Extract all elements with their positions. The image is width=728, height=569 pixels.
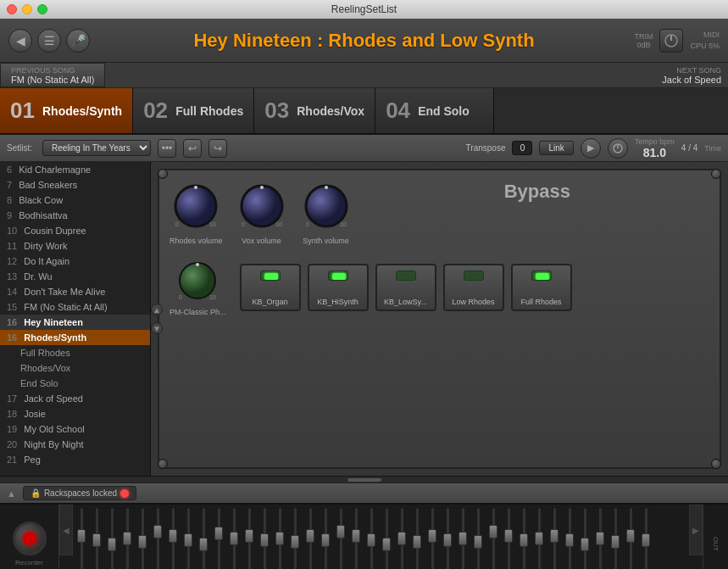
sidebar-item-12[interactable]: Full Rhodes (0, 345, 150, 360)
part-3[interactable]: 03 Rhodes/Vox (254, 88, 375, 133)
sidebar-item-17[interactable]: 19My Old School (0, 421, 150, 437)
fader-30[interactable] (535, 532, 543, 545)
mixer-next-button[interactable]: ▶ (689, 505, 703, 555)
sidebar-item-15[interactable]: 17Jack of Speed (0, 391, 150, 406)
fader-0[interactable] (77, 529, 86, 543)
plugin-btn-1[interactable]: KB_HiSynth (308, 264, 369, 311)
fader-11[interactable] (245, 529, 253, 543)
fader-16[interactable] (321, 533, 330, 547)
fader-32[interactable] (565, 533, 574, 547)
back-button[interactable]: ◀ (8, 29, 32, 53)
fader-6[interactable] (169, 529, 177, 543)
fader-1[interactable] (92, 533, 101, 547)
sidebar-item-7[interactable]: 13Dr. Wu (0, 269, 150, 284)
fader-35[interactable] (611, 535, 620, 549)
sidebar-item-13[interactable]: Rhodes/Vox (0, 360, 150, 376)
plugin-btn-2[interactable]: KB_LowSy... (375, 264, 436, 311)
channel-25 (456, 508, 470, 569)
lock-button[interactable]: 🔒 Rackspaces locked (23, 486, 136, 500)
fader-31[interactable] (550, 529, 559, 543)
prev-song-area[interactable]: PREVIOUS SONG FM (No Static At All) (0, 63, 105, 87)
fader-7[interactable] (184, 533, 192, 547)
sidebar-item-16[interactable]: 18Josie (0, 406, 150, 421)
channel-14 (288, 508, 302, 569)
play-button[interactable]: ▶ (581, 138, 601, 159)
sidebar-item-18[interactable]: 20Night By Night (0, 437, 150, 452)
fader-13[interactable] (275, 532, 284, 545)
minimize-button[interactable] (22, 4, 32, 14)
redo-button[interactable]: ↪ (208, 139, 227, 158)
sidebar-item-5[interactable]: 11Dirty Work (0, 238, 150, 254)
metronome-button[interactable] (608, 138, 628, 159)
fader-4[interactable] (138, 535, 147, 549)
link-button[interactable]: Link (539, 141, 573, 155)
fader-33[interactable] (581, 538, 589, 551)
fader-25[interactable] (458, 532, 467, 545)
sidebar-item-14[interactable]: End Solo (0, 376, 150, 391)
sidebar-item-11[interactable]: 16Rhodes/Synth (0, 330, 150, 345)
sidebar-item-label-19: Peg (24, 455, 41, 465)
fader-5[interactable] (153, 525, 162, 538)
transpose-value[interactable]: 0 (512, 141, 532, 155)
fader-12[interactable] (260, 533, 269, 547)
sidebar-item-6[interactable]: 12Do It Again (0, 254, 150, 269)
fader-10[interactable] (230, 532, 238, 545)
fader-3[interactable] (123, 532, 131, 545)
fader-15[interactable] (306, 529, 314, 543)
sidebar-item-19[interactable]: 21Peg (0, 452, 150, 467)
part-2[interactable]: 02 Full Rhodes (133, 88, 254, 133)
plugin-indicator-4 (531, 271, 552, 281)
part-1[interactable]: 01 Rhodes/Synth (0, 88, 133, 133)
channel-13 (273, 508, 286, 569)
fader-22[interactable] (413, 535, 421, 549)
meter-button[interactable] (659, 29, 683, 53)
fader-24[interactable] (443, 533, 452, 547)
sidebar-item-1[interactable]: 7Bad Sneakers (0, 177, 150, 192)
fader-19[interactable] (367, 533, 375, 547)
scroll-thumb[interactable] (347, 478, 381, 482)
sidebar-item-8[interactable]: 14Don't Take Me Alive (0, 284, 150, 299)
sidebar-item-2[interactable]: 8Black Cow (0, 192, 150, 208)
channel-4 (136, 508, 149, 569)
down-arrow[interactable]: ▼ (151, 322, 163, 334)
plugin-btn-0[interactable]: KB_Organ (240, 264, 301, 311)
fader-27[interactable] (489, 525, 497, 538)
sidebar-item-9[interactable]: 15FM (No Static At All) (0, 299, 150, 315)
plugin-indicator-2 (396, 271, 416, 281)
more-button[interactable]: ••• (158, 139, 176, 158)
mic-button[interactable]: 🎤 (66, 29, 90, 53)
fader-20[interactable] (382, 538, 391, 551)
fader-37[interactable] (642, 533, 650, 547)
fader-23[interactable] (428, 529, 436, 543)
fader-14[interactable] (291, 535, 299, 549)
close-button[interactable] (7, 4, 17, 14)
fader-28[interactable] (504, 529, 513, 543)
mixer-prev-button[interactable]: ◀ (59, 505, 73, 555)
traffic-lights[interactable] (7, 4, 47, 14)
sidebar-item-10[interactable]: 16Hey Nineteen (0, 315, 150, 330)
sidebar-item-0[interactable]: 6Kid Charlemagne (0, 162, 150, 177)
up-arrow[interactable]: ▲ (151, 304, 163, 315)
fader-2[interactable] (108, 538, 116, 551)
plugin-btn-3[interactable]: Low Rhodes (443, 264, 504, 311)
fader-17[interactable] (336, 525, 345, 538)
settings-button[interactable]: ☰ (37, 29, 61, 53)
rec-dot (23, 532, 36, 545)
fader-36[interactable] (626, 529, 635, 543)
maximize-button[interactable] (37, 4, 47, 14)
plugin-btn-4[interactable]: Full Rhodes (511, 264, 572, 311)
sidebar-item-4[interactable]: 10Cousin Dupree (0, 223, 150, 238)
sidebar-item-3[interactable]: 9Bodhisattva (0, 208, 150, 223)
setlist-select[interactable]: Reeling In The Years (42, 140, 151, 156)
fader-34[interactable] (596, 532, 604, 545)
fader-26[interactable] (474, 535, 482, 549)
recorder-button[interactable] (13, 522, 47, 555)
part-4[interactable]: 04 End Solo (375, 88, 494, 133)
fader-8[interactable] (199, 538, 208, 551)
fader-29[interactable] (520, 533, 528, 547)
fader-9[interactable] (214, 527, 223, 540)
channel-2 (105, 508, 119, 569)
fader-18[interactable] (352, 529, 360, 543)
undo-button[interactable]: ↩ (183, 139, 202, 158)
fader-21[interactable] (397, 532, 406, 545)
